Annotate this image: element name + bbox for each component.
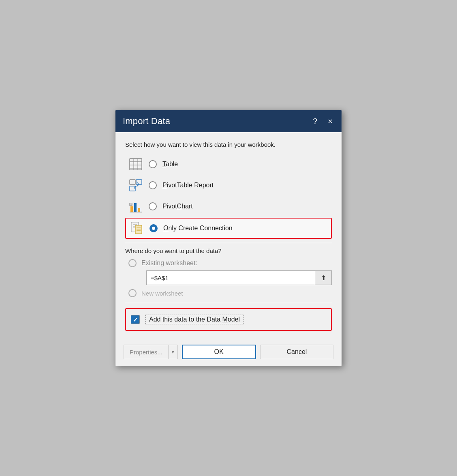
- where-section: Where do you want to put the data? Exist…: [125, 247, 332, 297]
- connection-icon: [129, 221, 144, 236]
- option-row-pivottable[interactable]: PivotTable Report: [125, 176, 332, 195]
- worksheet-input[interactable]: [146, 270, 315, 285]
- radio-pivotchart[interactable]: [149, 202, 157, 210]
- dialog-footer: Properties... ▾ OK Cancel: [115, 339, 342, 366]
- svg-rect-6: [130, 180, 135, 184]
- pivotchart-icon: ↔: [128, 199, 143, 214]
- option-label-pivotchart: PivotChart: [162, 203, 193, 210]
- svg-rect-11: [138, 208, 140, 212]
- radio-connection[interactable]: [149, 224, 158, 232]
- radio-pivottable[interactable]: [149, 181, 157, 189]
- ok-button[interactable]: OK: [182, 345, 256, 359]
- view-option-list: Table: [125, 154, 332, 239]
- svg-rect-19: [135, 225, 142, 234]
- option-label-pivottable: PivotTable Report: [162, 182, 214, 189]
- radio-existing-worksheet[interactable]: [128, 259, 137, 267]
- new-worksheet-label: New worksheet: [141, 290, 183, 297]
- svg-rect-9: [130, 206, 133, 212]
- worksheet-input-row: ⬆: [146, 270, 332, 285]
- properties-button[interactable]: Properties... ▾: [124, 345, 178, 359]
- svg-rect-7: [136, 180, 142, 184]
- option-row-table[interactable]: Table: [125, 154, 332, 174]
- dialog-body: Select how you want to view this data in…: [115, 132, 342, 339]
- properties-dropdown-arrow[interactable]: ▾: [168, 345, 177, 359]
- table-icon: [128, 157, 143, 172]
- existing-worksheet-row[interactable]: Existing worksheet:: [125, 259, 332, 267]
- cancel-button[interactable]: Cancel: [260, 345, 333, 359]
- where-section-label: Where do you want to put the data?: [125, 247, 332, 254]
- properties-main-label[interactable]: Properties...: [124, 345, 168, 359]
- checkmark-icon: ✓: [133, 317, 138, 323]
- existing-worksheet-label: Existing worksheet:: [141, 259, 197, 267]
- add-to-model-label-box: Add this data to the Data Model: [145, 315, 243, 324]
- option-label-table: Table: [162, 161, 178, 168]
- option-row-pivotchart[interactable]: ↔ PivotChart: [125, 197, 332, 216]
- close-button[interactable]: ×: [326, 116, 334, 126]
- option-label-connection: Only Create Connection: [163, 225, 233, 232]
- section-divider: [125, 243, 332, 243]
- upload-icon: ⬆: [321, 274, 326, 282]
- svg-rect-10: [134, 203, 137, 212]
- new-worksheet-row[interactable]: New worksheet: [125, 289, 332, 297]
- view-section-label: Select how you want to view this data in…: [125, 140, 332, 149]
- dialog-title: Import Data: [123, 116, 170, 127]
- radio-new-worksheet[interactable]: [128, 289, 137, 297]
- add-to-model-section: ✓ Add this data to the Data Model: [125, 308, 332, 331]
- radio-table[interactable]: [149, 160, 157, 168]
- title-bar-controls: ? ×: [311, 116, 334, 126]
- import-data-dialog: Import Data ? × Select how you want to v…: [115, 110, 342, 366]
- add-to-model-label: Add this data to the Data Model: [149, 316, 240, 323]
- collapse-button[interactable]: ⬆: [315, 270, 332, 285]
- title-bar: Import Data ? ×: [115, 110, 342, 132]
- pivottable-icon: [128, 178, 143, 193]
- add-to-model-checkbox[interactable]: ✓: [131, 315, 140, 324]
- option-row-connection[interactable]: Only Create Connection: [125, 218, 332, 239]
- help-button[interactable]: ?: [311, 116, 319, 126]
- svg-text:↔: ↔: [130, 203, 132, 206]
